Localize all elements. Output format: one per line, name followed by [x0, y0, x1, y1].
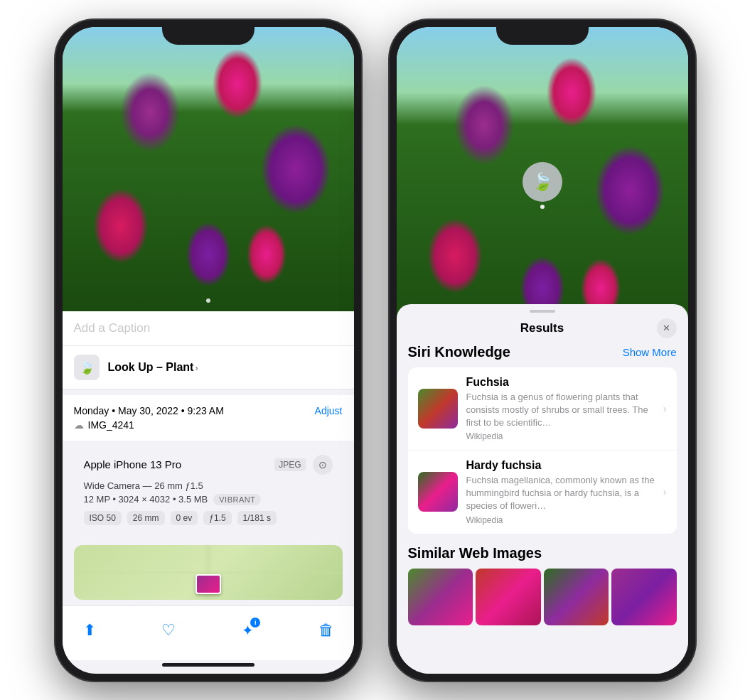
knowledge-item-hardy-fuchsia[interactable]: Hardy fuchsia Fuchsia magellanica, commo… — [408, 451, 677, 534]
info-button[interactable]: ✦ i — [232, 615, 263, 646]
vibrant-badge: VIBRANT — [213, 494, 261, 505]
exif-focal: 26 mm — [127, 511, 165, 525]
fuchsia-thumbnail — [418, 389, 458, 429]
hardy-fuchsia-description: Fuchsia magellanica, commonly known as t… — [466, 474, 655, 513]
knowledge-item-fuchsia[interactable]: Fuchsia Fuchsia is a genus of flowering … — [408, 367, 677, 451]
camera-name: Apple iPhone 13 Pro — [84, 458, 182, 470]
jpeg-badge: JPEG — [274, 458, 305, 471]
heart-icon: ♡ — [161, 621, 176, 640]
results-panel: Results ✕ Siri Knowledge Show More Fuc — [397, 304, 688, 674]
similar-section: Similar Web Images — [408, 545, 677, 625]
camera-header: Apple iPhone 13 Pro JPEG ⊙ — [84, 455, 333, 475]
favorite-button[interactable]: ♡ — [153, 615, 184, 646]
similar-image-2[interactable] — [476, 569, 541, 625]
results-content: Siri Knowledge Show More Fuchsia Fuchsia… — [397, 344, 688, 674]
siri-knowledge-header: Siri Knowledge Show More — [408, 344, 677, 360]
right-phone-notch — [496, 20, 589, 45]
photo-image[interactable] — [63, 27, 354, 311]
drag-handle[interactable] — [530, 310, 555, 313]
visual-lookup-button[interactable]: 🍃 — [523, 162, 562, 202]
siri-knowledge-title: Siri Knowledge — [408, 344, 510, 360]
exif-shutter: 1/181 s — [237, 511, 277, 525]
similar-images-grid — [408, 569, 677, 625]
visual-lookup-dot — [540, 205, 545, 209]
hardy-fuchsia-source: Wikipedia — [466, 515, 655, 525]
cloud-icon: ☁ — [74, 419, 84, 431]
bottom-toolbar: ⬆ ♡ ✦ i 🗑 — [63, 605, 354, 660]
home-indicator — [162, 663, 255, 667]
similar-title: Similar Web Images — [408, 545, 677, 561]
date-text: Monday • May 30, 2022 • 9:23 AM — [74, 405, 224, 416]
hardy-fuchsia-thumbnail — [418, 472, 458, 512]
exif-aperture: ƒ1.5 — [203, 511, 231, 525]
visual-lookup-icon: 🍃 — [532, 172, 553, 192]
trash-icon: 🗑 — [318, 621, 334, 640]
caption-placeholder[interactable]: Add a Caption — [74, 321, 151, 335]
results-header: Results ✕ — [397, 316, 688, 344]
similar-image-4[interactable] — [611, 569, 677, 625]
caption-area[interactable]: Add a Caption — [63, 311, 354, 346]
filename-row: ☁ IMG_4241 — [74, 419, 343, 431]
share-icon: ⬆ — [83, 621, 96, 640]
photo-info-section: Monday • May 30, 2022 • 9:23 AM Adjust ☁… — [63, 395, 354, 441]
filename-text: IMG_4241 — [88, 419, 134, 431]
right-phone: 🍃 Results ✕ Siri Knowledge Show More — [390, 20, 695, 681]
phone-notch — [162, 20, 255, 45]
map-photo-thumbnail — [195, 574, 221, 594]
close-icon: ✕ — [663, 323, 670, 333]
leaf-icon: 🍃 — [79, 360, 95, 375]
results-title: Results — [520, 321, 564, 335]
fuchsia-source: Wikipedia — [466, 431, 655, 441]
left-phone: Add a Caption 🍃 Look Up – Plant› Monday … — [55, 20, 361, 681]
adjust-button[interactable]: Adjust — [315, 405, 343, 416]
lookup-plant-icon: 🍃 — [74, 355, 100, 380]
similar-image-3[interactable] — [544, 569, 609, 625]
show-more-button[interactable]: Show More — [623, 346, 677, 358]
exif-iso: ISO 50 — [84, 511, 122, 525]
left-phone-screen: Add a Caption 🍃 Look Up – Plant› Monday … — [63, 27, 354, 674]
camera-lens-text: Wide Camera — 26 mm ƒ1.5 — [84, 480, 333, 491]
right-phone-screen: 🍃 Results ✕ Siri Knowledge Show More — [397, 27, 688, 674]
mp-text: 12 MP • 3024 × 4032 • 3.5 MB — [84, 494, 208, 505]
megapixel-row: 12 MP • 3024 × 4032 • 3.5 MB VIBRANT — [84, 494, 333, 505]
delete-button[interactable]: 🗑 — [311, 615, 342, 646]
fuchsia-description: Fuchsia is a genus of flowering plants t… — [466, 391, 655, 430]
info-badge: i — [250, 618, 260, 628]
map-area[interactable] — [74, 545, 343, 600]
camera-info-card: Apple iPhone 13 Pro JPEG ⊙ Wide Camera —… — [74, 446, 343, 534]
lookup-row[interactable]: 🍃 Look Up – Plant› — [63, 346, 354, 389]
knowledge-card: Fuchsia Fuchsia is a genus of flowering … — [408, 367, 677, 534]
photo-page-dot — [206, 298, 210, 303]
hardy-fuchsia-name: Hardy fuchsia — [466, 459, 655, 472]
fuchsia-text: Fuchsia Fuchsia is a genus of flowering … — [466, 376, 655, 442]
similar-image-1[interactable] — [408, 569, 473, 625]
camera-settings-icon[interactable]: ⊙ — [313, 455, 333, 475]
share-button[interactable]: ⬆ — [74, 615, 105, 646]
lookup-label: Look Up – Plant› — [108, 361, 198, 374]
exif-row: ISO 50 26 mm 0 ev ƒ1.5 1/181 s — [84, 511, 333, 525]
date-row: Monday • May 30, 2022 • 9:23 AM Adjust — [74, 405, 343, 416]
fuchsia-chevron: › — [663, 403, 667, 414]
close-button[interactable]: ✕ — [657, 318, 677, 338]
hardy-fuchsia-chevron: › — [663, 486, 667, 497]
hardy-fuchsia-text: Hardy fuchsia Fuchsia magellanica, commo… — [466, 459, 655, 525]
fuchsia-name: Fuchsia — [466, 376, 655, 389]
exif-ev: 0 ev — [171, 511, 198, 525]
